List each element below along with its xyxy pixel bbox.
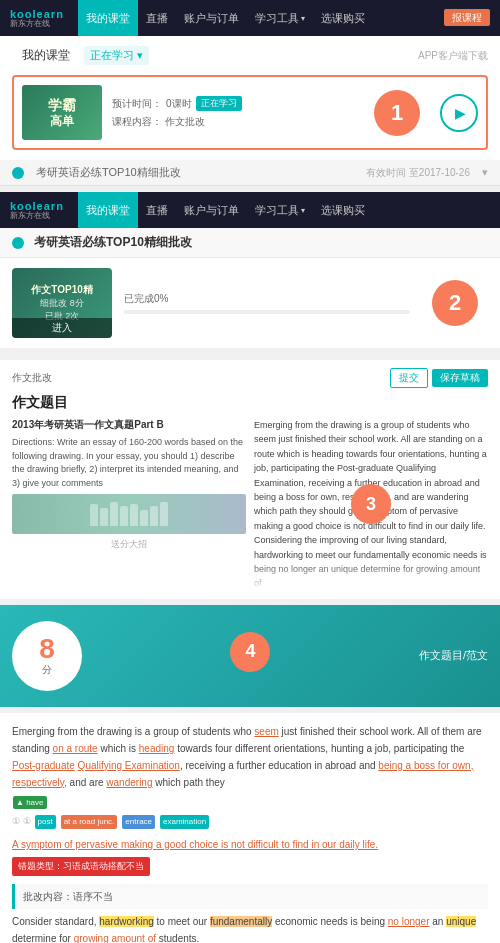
tag-at-road[interactable]: at a road junc.: [61, 815, 118, 829]
dot-icon: ① ①: [12, 814, 31, 830]
register-button[interactable]: 报课程: [444, 11, 490, 25]
tab-my-course[interactable]: 我的课堂: [12, 44, 80, 67]
image-caption: 送分大招: [12, 538, 246, 551]
word-wandering: wandering: [106, 777, 152, 788]
tags-row-1b: ① ① post at a road junc. entrace examina…: [12, 814, 488, 830]
para-1: Emerging from the drawing is a group of …: [12, 723, 488, 791]
nav-bar-1: koolearn 新东方在线 我的课堂 直播 账户与订单 学习工具 ▾ 选课购买…: [0, 0, 500, 36]
progress-label: 已完成0%: [124, 292, 410, 306]
course-schedule-row: 预计时间： 0课时 正在学习: [112, 96, 354, 111]
essay-directions: Directions: Write an essay of 160-200 wo…: [12, 436, 246, 490]
course-thumbnail-2: 作文TOP10精 细批改 8分 已批 2次 进入: [12, 268, 112, 338]
nav-my-classroom[interactable]: 我的课堂: [78, 0, 138, 36]
nav2-my-classroom[interactable]: 我的课堂: [78, 192, 138, 228]
nav2-live[interactable]: 直播: [138, 192, 176, 228]
nav-tools[interactable]: 学习工具 ▾: [247, 0, 313, 36]
essay-text-area: Emerging from the drawing is a group of …: [254, 418, 488, 591]
para-2b: Consider standard, hardworking to meet o…: [12, 913, 488, 943]
word-on-route: on a route: [53, 743, 98, 754]
word-hardworking: hardworking: [99, 916, 153, 927]
step-number-1: 1: [374, 90, 420, 136]
step-number-3: 3: [351, 484, 391, 524]
word-heading: heading: [139, 743, 175, 754]
logo-name: koolearn: [10, 9, 64, 20]
section4-score: 8 分 4 作文题目/范文: [0, 605, 500, 707]
tag-examination[interactable]: examination: [160, 815, 209, 829]
tools-dropdown-arrow: ▾: [301, 14, 305, 23]
score-number: 8: [39, 635, 55, 663]
progress-bar: [124, 310, 410, 314]
tools2-dropdown-arrow: ▾: [301, 206, 305, 215]
section4-center: 4: [82, 632, 419, 680]
essay-body-annotated: Emerging from the drawing is a group of …: [12, 723, 488, 943]
section4-label: 作文题目/范文: [419, 648, 488, 663]
course-card-2: 作文TOP10精 细批改 8分 已批 2次 进入 已完成0% 2: [12, 268, 488, 338]
fade-overlay: [254, 561, 488, 591]
my-courses-section: 我的课堂 正在学习 ▾ APP客户端下载 学霸 高单 预计时间： 0课时 正在学…: [0, 36, 500, 160]
logo-subtitle-2: 新东方在线: [10, 212, 64, 220]
para2-start: A symptom of pervasive making a good cho…: [12, 839, 378, 850]
essay-prompt: 2013年考研英语一作文真题Part B Directions: Write a…: [12, 418, 246, 591]
section3-header: 作文批改 提交 保存草稿: [12, 368, 488, 388]
tab-studying-dropdown[interactable]: 正在学习 ▾: [84, 46, 149, 65]
section2: 作文TOP10精 细批改 8分 已批 2次 进入 已完成0% 2: [0, 258, 500, 348]
course-card-1: 学霸 高单 预计时间： 0课时 正在学习 课程内容： 作文批改 1: [12, 75, 488, 150]
word-fundamentally: fundamentally: [210, 916, 272, 927]
word-unique: unique: [446, 916, 476, 927]
nav2-tools[interactable]: 学习工具 ▾: [247, 192, 313, 228]
word-growing: growing amount of: [74, 933, 156, 943]
score-unit: 分: [42, 663, 52, 677]
course-info-1: 预计时间： 0课时 正在学习 课程内容： 作文批改: [112, 96, 354, 129]
dropdown-arrow: ▾: [137, 49, 143, 62]
nav2-buy[interactable]: 选课购买: [313, 192, 373, 228]
word-qualify: Qualifying Examination: [78, 760, 180, 771]
nav2-account[interactable]: 账户与订单: [176, 192, 247, 228]
save-draft-button[interactable]: 保存草稿: [432, 369, 488, 387]
course-content-row: 课程内容： 作文批改: [112, 115, 354, 129]
silhouettes: [90, 502, 168, 526]
logo-name-2: koolearn: [10, 201, 64, 212]
correction-label: 批改内容：语序不当: [23, 891, 113, 902]
tags-row-1: ▲ have: [12, 795, 488, 811]
section1-header: 我的课堂 正在学习 ▾ APP客户端下载: [12, 44, 488, 67]
teal-icon-2: [12, 237, 24, 249]
step-number-2: 2: [432, 280, 478, 326]
people-image: [12, 494, 246, 534]
tag-have[interactable]: ▲ have: [13, 796, 47, 810]
logo-2: koolearn 新东方在线: [10, 201, 64, 220]
expand-icon[interactable]: ▾: [482, 166, 488, 179]
enter-button[interactable]: 进入: [12, 318, 112, 338]
section3-essay: 作文批改 提交 保存草稿 作文题目 2013年考研英语一作文真题Part B D…: [0, 360, 500, 599]
essay-left-title: 2013年考研英语一作文真题Part B: [12, 418, 246, 432]
date-info: 有效时间 至2017-10-26: [366, 166, 470, 180]
score-circle: 8 分: [12, 621, 82, 691]
submit-button[interactable]: 提交: [390, 368, 428, 388]
nav-live[interactable]: 直播: [138, 0, 176, 36]
logo: koolearn 新东方在线: [10, 9, 64, 28]
app-download-link[interactable]: APP客户端下载: [418, 49, 488, 63]
correction-box: 批改内容：语序不当: [12, 884, 488, 909]
word-seem: seem: [254, 726, 278, 737]
nav-links: 我的课堂 直播 账户与订单 学习工具 ▾ 选课购买: [78, 0, 444, 36]
section5-annotated: Emerging from the drawing is a group of …: [0, 713, 500, 943]
tag-entrace[interactable]: entrace: [122, 815, 155, 829]
word-post: Post-graduate: [12, 760, 75, 771]
course-title-2: 考研英语必练TOP10精细批改: [34, 234, 192, 251]
nav-links-2: 我的课堂 直播 账户与订单 学习工具 ▾ 选课购买: [78, 192, 490, 228]
essay-main-title: 作文题目: [12, 394, 488, 412]
studying-badge: 正在学习: [196, 96, 242, 111]
nav-account[interactable]: 账户与订单: [176, 0, 247, 36]
course-title-bar: 考研英语必练TOP10精细批改: [0, 228, 500, 258]
para-2: A symptom of pervasive making a good cho…: [12, 836, 488, 853]
teal-circle-icon: [12, 167, 24, 179]
nav-buy[interactable]: 选课购买: [313, 0, 373, 36]
section-header-bar: 考研英语必练TOP10精细批改 有效时间 至2017-10-26 ▾: [0, 160, 500, 186]
section-header-title: 考研英语必练TOP10精细批改: [36, 165, 181, 180]
essay-content: 2013年考研英语一作文真题Part B Directions: Write a…: [12, 418, 488, 591]
logo-subtitle: 新东方在线: [10, 20, 64, 28]
tag-post2[interactable]: post: [35, 815, 56, 829]
course-card2-info: 已完成0%: [124, 292, 410, 314]
nav-bar-2: koolearn 新东方在线 我的课堂 直播 账户与订单 学习工具 ▾ 选课购买: [0, 192, 500, 228]
play-button[interactable]: [440, 94, 478, 132]
course-thumbnail-1: 学霸 高单: [22, 85, 102, 140]
